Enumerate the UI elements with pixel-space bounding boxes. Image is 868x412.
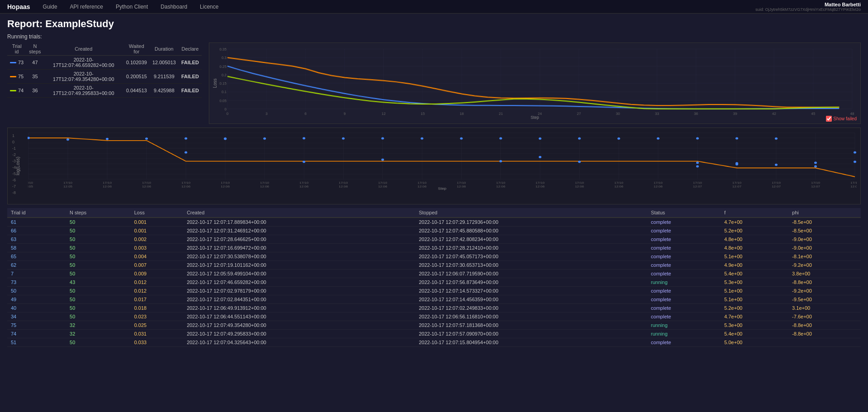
- suid: suid: OjJytreh5kM7zzVG7XdjHmiYxEcFMqB27Y…: [755, 7, 861, 12]
- cell-f: 5.4e+00: [721, 330, 788, 338]
- col-waited: Waitedfor: [123, 43, 150, 56]
- running-trial-id[interactable]: 73: [7, 56, 26, 70]
- cell-trial-id[interactable]: 49: [7, 295, 66, 304]
- cell-f: 5.4e+00: [721, 270, 788, 278]
- cell-created: 2022-10-17 12:07:17.889834+00:00: [183, 218, 415, 227]
- cell-phi: -9.2e+00: [788, 287, 861, 295]
- cell-f: 5.1e+00: [721, 287, 788, 295]
- cell-n-steps: 50: [66, 270, 131, 278]
- cell-n-steps: 32: [66, 330, 131, 338]
- show-failed-checkbox[interactable]: [826, 116, 832, 122]
- running-trial-id[interactable]: 74: [7, 84, 26, 98]
- cell-status: running: [647, 330, 721, 338]
- user-info: Matteo Barbetti suid: OjJytreh5kM7zzVG7X…: [755, 2, 861, 12]
- cell-loss: 0.009: [131, 270, 183, 278]
- th-trial-id: Trial id: [7, 208, 66, 218]
- cell-phi: -8.8e+00: [788, 278, 861, 287]
- cell-status: complete: [647, 235, 721, 244]
- cell-phi: -8.8e+00: [788, 321, 861, 330]
- running-trial-row: 73 47 2022-10-17T12:07:46.659282+00:00 0…: [7, 56, 202, 70]
- table-row: 66 50 0.001 2022-10-17 12:07:31.246912+0…: [7, 227, 861, 235]
- cell-trial-id[interactable]: 7: [7, 270, 66, 278]
- running-trial-created: 2022-10-17T12:07:49.295833+00:00: [44, 84, 123, 98]
- table-row: 62 50 0.007 2022-10-17 12:07:19.101162+0…: [7, 261, 861, 270]
- nav-licence[interactable]: Licence: [198, 1, 220, 13]
- cell-stopped: 2022-10-17 12:07:45.057173+00:00: [415, 252, 647, 261]
- nav-python-client[interactable]: Python Client: [114, 1, 150, 13]
- table-row: 58 50 0.003 2022-10-17 12:07:16.699472+0…: [7, 244, 861, 252]
- cell-trial-id[interactable]: 65: [7, 252, 66, 261]
- data-table-wrap: Trial id N steps Loss Created Stopped St…: [7, 208, 861, 347]
- running-trials-table: Trialid Nsteps Created Waitedfor Duratio…: [7, 43, 202, 98]
- nav-guide[interactable]: Guide: [41, 1, 59, 13]
- cell-stopped: 2022-10-17 12:07:42.808234+00:00: [415, 235, 647, 244]
- navbar: Hopaas Guide API reference Python Client…: [0, 0, 868, 14]
- cell-trial-id[interactable]: 58: [7, 244, 66, 252]
- cell-created: 2022-10-17 12:07:19.101162+00:00: [183, 261, 415, 270]
- running-trial-id[interactable]: 75: [7, 70, 26, 84]
- cell-trial-id[interactable]: 75: [7, 321, 66, 330]
- running-trials-table-wrap: Trialid Nsteps Created Waitedfor Duratio…: [7, 43, 202, 124]
- running-trial-row: 75 35 2022-10-17T12:07:49.354280+00:00 0…: [7, 70, 202, 84]
- th-phi: phi: [788, 208, 861, 218]
- brand-logo: Hopaas: [7, 3, 30, 10]
- cell-trial-id[interactable]: 62: [7, 261, 66, 270]
- cell-trial-id[interactable]: 51: [7, 338, 66, 347]
- running-trial-waited: 0.200515: [123, 70, 150, 84]
- cell-trial-id[interactable]: 40: [7, 304, 66, 313]
- cell-n-steps: 50: [66, 227, 131, 235]
- running-trial-row: 74 36 2022-10-17T12:07:49.295833+00:00 0…: [7, 84, 202, 98]
- cell-loss: 0.004: [131, 252, 183, 261]
- cell-phi: -9.0e+00: [788, 235, 861, 244]
- cell-n-steps: 32: [66, 321, 131, 330]
- th-n-steps: N steps: [66, 208, 131, 218]
- show-failed-toggle[interactable]: Show failed: [826, 116, 857, 122]
- cell-stopped: 2022-10-17 12:07:14.456359+00:00: [415, 295, 647, 304]
- running-trial-nsteps: 35: [26, 70, 43, 84]
- cell-phi: -9.0e+00: [788, 244, 861, 252]
- cell-stopped: 2022-10-17 12:07:30.653713+00:00: [415, 261, 647, 270]
- cell-phi: [788, 338, 861, 347]
- cell-n-steps: 50: [66, 218, 131, 227]
- cell-status: complete: [647, 244, 721, 252]
- cell-trial-id[interactable]: 74: [7, 330, 66, 338]
- cell-created: 2022-10-17 12:07:04.325643+00:00: [183, 338, 415, 347]
- table-row: 40 50 0.018 2022-10-17 12:06:49.913912+0…: [7, 304, 861, 313]
- cell-loss: 0.023: [131, 313, 183, 321]
- cell-status: complete: [647, 227, 721, 235]
- cell-phi: -8.5e+00: [788, 218, 861, 227]
- nav-api-reference[interactable]: API reference: [68, 1, 105, 13]
- cell-status: complete: [647, 270, 721, 278]
- cell-phi: 3.1e+00: [788, 304, 861, 313]
- cell-f: 5.1e+00: [721, 295, 788, 304]
- cell-f: 5.3e+00: [721, 278, 788, 287]
- cell-stopped: 2022-10-17 12:07:28.212410+00:00: [415, 244, 647, 252]
- cell-trial-id[interactable]: 73: [7, 278, 66, 287]
- cell-status: complete: [647, 261, 721, 270]
- table-row: 74 32 0.031 2022-10-17 12:07:49.295833+0…: [7, 330, 861, 338]
- running-trial-created: 2022-10-17T12:07:46.659282+00:00: [44, 56, 123, 70]
- th-status: Status: [647, 208, 721, 218]
- loss-chart-canvas: [213, 47, 857, 120]
- cell-trial-id[interactable]: 63: [7, 235, 66, 244]
- scatter-chart-canvas: [28, 130, 857, 190]
- table-row: 49 50 0.017 2022-10-17 12:07:02.844351+0…: [7, 295, 861, 304]
- cell-trial-id[interactable]: 34: [7, 313, 66, 321]
- page-title: Report: ExampleStudy: [7, 18, 861, 30]
- running-trial-declare: FAILED: [179, 84, 202, 98]
- scatter-y-label: log(Loss): [15, 156, 20, 175]
- cell-trial-id[interactable]: 61: [7, 218, 66, 227]
- cell-stopped: 2022-10-17 12:07:56.873649+00:00: [415, 278, 647, 287]
- cell-stopped: 2022-10-17 12:07:57.181368+00:00: [415, 321, 647, 330]
- cell-trial-id[interactable]: 66: [7, 227, 66, 235]
- cell-created: 2022-10-17 12:05:59.499104+00:00: [183, 270, 415, 278]
- cell-phi: 3.8e+00: [788, 270, 861, 278]
- cell-loss: 0.031: [131, 330, 183, 338]
- table-row: 65 50 0.004 2022-10-17 12:07:30.538078+0…: [7, 252, 861, 261]
- cell-trial-id[interactable]: 50: [7, 287, 66, 295]
- cell-f: 4.8e+00: [721, 235, 788, 244]
- show-failed-text: Show failed: [833, 116, 857, 121]
- table-row: 7 50 0.009 2022-10-17 12:05:59.499104+00…: [7, 270, 861, 278]
- cell-f: 5.3e+00: [721, 321, 788, 330]
- nav-dashboard[interactable]: Dashboard: [159, 1, 189, 13]
